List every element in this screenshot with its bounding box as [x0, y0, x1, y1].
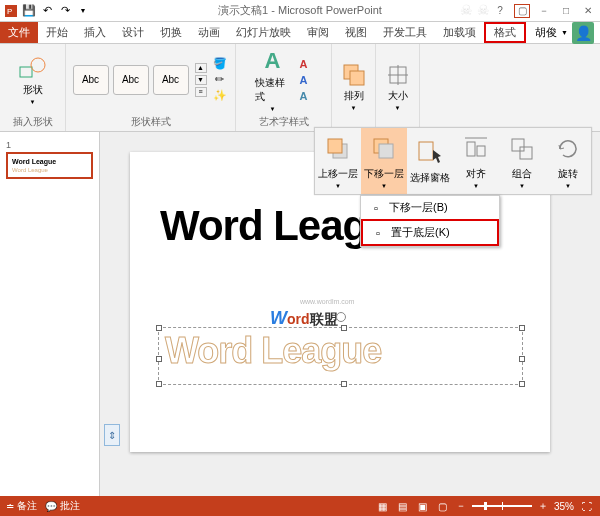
zoom-in-button[interactable]: ＋: [538, 499, 548, 513]
outline-text[interactable]: Word League: [165, 330, 381, 372]
redo-icon[interactable]: ↷: [58, 4, 72, 18]
quick-style-label: 快速样式: [255, 76, 291, 104]
dropdown-icon: ▼: [335, 183, 341, 189]
notes-button[interactable]: ≐ 备注: [6, 499, 37, 513]
minimize-icon[interactable]: －: [536, 4, 552, 18]
resize-handle[interactable]: [156, 325, 162, 331]
group-button[interactable]: 组合 ▼: [499, 128, 545, 194]
zoom-out-button[interactable]: －: [456, 499, 466, 513]
fit-slide-icon[interactable]: ⇕: [104, 424, 120, 446]
size-button[interactable]: 大小 ▼: [380, 63, 416, 111]
resize-handle[interactable]: [519, 356, 525, 362]
watermark-icon: ☠ ☠: [460, 2, 490, 18]
close-icon[interactable]: ✕: [580, 4, 596, 18]
resize-handle[interactable]: [156, 356, 162, 362]
sorter-view-icon[interactable]: ▤: [396, 499, 410, 513]
text-fill-icon[interactable]: A: [295, 57, 313, 71]
zoom-value[interactable]: 35%: [554, 501, 574, 512]
dropdown-icon: ▼: [381, 183, 387, 189]
shape-effects-icon[interactable]: ✨: [211, 89, 229, 103]
tab-transitions[interactable]: 切换: [152, 22, 190, 43]
tab-insert[interactable]: 插入: [76, 22, 114, 43]
shape-fill-icon[interactable]: 🪣: [211, 57, 229, 71]
qat-dropdown-icon[interactable]: ▼: [76, 4, 90, 18]
dropdown-icon: ▼: [395, 105, 401, 111]
text-effects-icon[interactable]: A: [295, 89, 313, 103]
bring-forward-icon: [325, 133, 351, 165]
svg-point-3: [31, 58, 45, 72]
svg-rect-10: [379, 144, 393, 158]
send-backward-button[interactable]: 下移一层 ▼: [361, 128, 407, 194]
tab-slideshow[interactable]: 幻灯片放映: [228, 22, 299, 43]
window-title: 演示文稿1 - Microsoft PowerPoint: [218, 3, 382, 18]
slide-thumbnail[interactable]: Word League Word League: [6, 152, 93, 179]
svg-rect-2: [20, 67, 32, 77]
shape-style-3[interactable]: Abc: [153, 65, 189, 95]
dropdown-icon: ▼: [565, 183, 571, 189]
align-button[interactable]: 对齐 ▼: [453, 128, 499, 194]
tab-file[interactable]: 文件: [0, 22, 38, 43]
comments-button[interactable]: 💬 批注: [45, 499, 80, 513]
tab-developer[interactable]: 开发工具: [375, 22, 435, 43]
arrange-button[interactable]: 排列 ▼: [336, 63, 372, 111]
svg-rect-13: [477, 146, 485, 156]
rotate-handle-icon[interactable]: [336, 312, 346, 322]
tab-review[interactable]: 审阅: [299, 22, 337, 43]
tab-design[interactable]: 设计: [114, 22, 152, 43]
rotate-button[interactable]: 旋转 ▼: [545, 128, 591, 194]
reading-view-icon[interactable]: ▣: [416, 499, 430, 513]
gallery-up-icon[interactable]: ▲: [195, 63, 207, 73]
user-name[interactable]: 胡俊: [535, 25, 557, 40]
selection-pane-button[interactable]: 选择窗格: [407, 128, 453, 194]
shape-outline-icon[interactable]: ✏: [211, 73, 229, 87]
shapes-button[interactable]: 形状 ▼: [15, 55, 51, 105]
tab-animations[interactable]: 动画: [190, 22, 228, 43]
shapes-label: 形状: [23, 83, 43, 97]
shape-style-1[interactable]: Abc: [73, 65, 109, 95]
user-dropdown-icon[interactable]: ▼: [561, 29, 568, 36]
bring-forward-button[interactable]: 上移一层 ▼: [315, 128, 361, 194]
maximize-icon[interactable]: □: [558, 4, 574, 18]
group-shape-style: 形状样式: [131, 115, 171, 129]
dropdown-icon: ▼: [519, 183, 525, 189]
avatar[interactable]: 👤: [572, 22, 594, 44]
tab-home[interactable]: 开始: [38, 22, 76, 43]
group-icon: [509, 133, 535, 165]
notes-icon: ≐: [6, 501, 14, 512]
send-backward-icon: [371, 133, 397, 165]
resize-handle[interactable]: [519, 381, 525, 387]
text-outline-icon[interactable]: A: [295, 73, 313, 87]
svg-rect-12: [467, 142, 475, 156]
watermark-logo: www.wordlm.com Word联盟: [270, 308, 338, 329]
shape-style-2[interactable]: Abc: [113, 65, 149, 95]
normal-view-icon[interactable]: ▦: [376, 499, 390, 513]
resize-handle[interactable]: [341, 381, 347, 387]
menu-send-backward[interactable]: ▫ 下移一层(B): [361, 196, 499, 219]
gallery-down-icon[interactable]: ▼: [195, 75, 207, 85]
menu-send-to-back[interactable]: ▫ 置于底层(K): [361, 219, 499, 246]
svg-rect-15: [512, 139, 524, 151]
svg-rect-8: [328, 139, 342, 153]
thumb-text-1: Word League: [12, 158, 87, 165]
arrange-icon: [342, 63, 366, 87]
quick-style-button[interactable]: A 快速样式 ▼: [255, 48, 291, 112]
slideshow-view-icon[interactable]: ▢: [436, 499, 450, 513]
help-icon[interactable]: ?: [492, 4, 508, 18]
undo-icon[interactable]: ↶: [40, 4, 54, 18]
zoom-slider[interactable]: [472, 505, 532, 507]
group-wordart: 艺术字样式: [259, 115, 309, 129]
selection-pane-icon: [417, 137, 443, 169]
group-insert-shape: 插入形状: [13, 115, 53, 129]
resize-handle[interactable]: [519, 325, 525, 331]
tab-format[interactable]: 格式: [484, 22, 526, 43]
arrange-label: 排列: [344, 89, 364, 103]
logo-url: www.wordlm.com: [300, 298, 354, 305]
gallery-more-icon[interactable]: ≡: [195, 87, 207, 97]
ribbon-options-icon[interactable]: ▢: [514, 4, 530, 18]
fit-window-icon[interactable]: ⛶: [580, 499, 594, 513]
resize-handle[interactable]: [156, 381, 162, 387]
save-icon[interactable]: 💾: [22, 4, 36, 18]
align-icon: [463, 133, 489, 165]
tab-view[interactable]: 视图: [337, 22, 375, 43]
tab-addins[interactable]: 加载项: [435, 22, 484, 43]
